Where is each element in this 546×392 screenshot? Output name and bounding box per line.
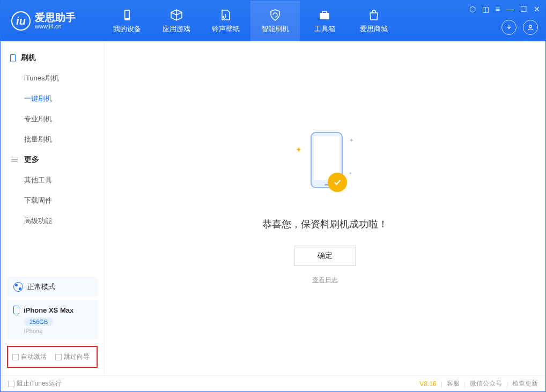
mode-box[interactable]: 正常模式 [7,277,98,297]
app-logo-icon: iu [11,11,31,31]
window-controls: ⬡ ◫ ≡ — ☐ ✕ [469,5,540,13]
device-type: iPhone [24,328,91,334]
bag-icon [367,8,381,22]
success-illustration: ✦ ✦ ✦ [301,132,349,202]
phone-icon [120,8,134,22]
separator: | [464,380,466,388]
logo-text: 爱思助手 www.i4.cn [35,12,76,30]
app-body: 刷机 iTunes刷机 一键刷机 专业刷机 批量刷机 更多 其他工具 下载固件 … [1,41,545,375]
footer-right: V8.16 | 客服 | 微信公众号 | 检查更新 [419,379,538,388]
device-name-row: iPhone XS Max [13,306,91,314]
wechat-link[interactable]: 微信公众号 [470,379,502,388]
svg-rect-2 [320,13,329,19]
separator: | [506,380,508,388]
menu-icon[interactable]: ≡ [496,5,500,13]
capacity-badge: 256GB [24,317,53,326]
check-update-link[interactable]: 检查更新 [512,379,538,388]
clipboard-icon[interactable]: ◫ [482,5,489,13]
checkbox-skip-guide[interactable]: 跳过向导 [55,352,90,361]
version-label: V8.16 [419,380,436,388]
minimize-button[interactable]: — [506,5,514,13]
sparkle-icon: ✦ [349,171,352,176]
checkbox-label: 自动激活 [21,352,47,361]
sidebar-bottom: 正常模式 iPhone XS Max 256GB iPhone 自动激活 跳过向… [1,273,104,375]
nav-label: 工具箱 [314,24,335,34]
top-nav: 我的设备 应用游戏 铃声壁纸 智能刷机 工具箱 爱思商城 [102,1,399,41]
close-button[interactable]: ✕ [534,5,540,13]
sidebar-item-other-tools[interactable]: 其他工具 [1,170,104,190]
nav-label: 智能刷机 [261,24,289,34]
hamburger-icon [10,156,19,164]
ok-button[interactable]: 确定 [294,246,356,266]
nav-label: 爱思商城 [360,24,388,34]
section-title: 更多 [24,155,39,165]
music-file-icon [219,8,233,22]
svg-rect-3 [322,11,327,13]
toolbox-icon [318,8,331,22]
checkbox-icon [12,354,19,360]
device-name: iPhone XS Max [24,306,73,314]
sidebar-item-batch-flash[interactable]: 批量刷机 [1,129,104,150]
nav-label: 我的设备 [113,24,141,34]
checkbox-block-itunes[interactable]: 阻止iTunes运行 [8,379,62,388]
checkbox-label: 阻止iTunes运行 [17,379,62,388]
sidebar-section-flash[interactable]: 刷机 [1,48,104,68]
nav-label: 应用游戏 [163,24,190,34]
status-bar: 阻止iTunes运行 V8.16 | 客服 | 微信公众号 | 检查更新 [1,375,545,391]
nav-smart-flash[interactable]: 智能刷机 [250,1,300,41]
maximize-button[interactable]: ☐ [520,5,527,13]
nav-apps-games[interactable]: 应用游戏 [152,1,201,41]
logo-area: iu 爱思助手 www.i4.cn [1,11,102,31]
sidebar-item-advanced[interactable]: 高级功能 [1,211,104,231]
sidebar: 刷机 iTunes刷机 一键刷机 专业刷机 批量刷机 更多 其他工具 下载固件 … [1,41,105,375]
phone-icon [13,306,19,314]
mode-label: 正常模式 [27,282,55,292]
header-right [501,20,538,35]
checkbox-icon [55,354,62,360]
svg-point-4 [529,25,532,28]
nav-my-device[interactable]: 我的设备 [102,1,152,41]
nav-label: 铃声壁纸 [212,24,240,34]
mode-icon [13,282,23,292]
check-icon [328,173,347,192]
user-button[interactable] [523,20,538,35]
cube-icon [169,8,183,22]
download-button[interactable] [501,20,517,35]
success-message: 恭喜您，保资料刷机成功啦！ [262,218,388,231]
app-header: iu 爱思助手 www.i4.cn 我的设备 应用游戏 铃声壁纸 智能刷机 工具… [1,1,545,41]
app-subtitle: www.i4.cn [35,23,76,29]
checkbox-auto-activate[interactable]: 自动激活 [12,352,47,361]
sidebar-section-more[interactable]: 更多 [1,150,104,170]
view-log-link[interactable]: 查看日志 [312,276,338,285]
main-content: ✦ ✦ ✦ 恭喜您，保资料刷机成功啦！ 确定 查看日志 [105,41,545,375]
sidebar-item-pro-flash[interactable]: 专业刷机 [1,109,104,129]
shield-refresh-icon [268,8,282,22]
checkbox-icon [8,381,14,387]
section-title: 刷机 [21,53,36,63]
sidebar-item-onekey-flash[interactable]: 一键刷机 [1,88,104,109]
phone-icon [10,54,16,62]
separator: | [441,380,442,388]
app-title: 爱思助手 [35,12,76,24]
sidebar-item-download-firmware[interactable]: 下载固件 [1,190,104,211]
shirt-icon[interactable]: ⬡ [469,5,476,13]
device-box[interactable]: iPhone XS Max 256GB iPhone [7,300,98,339]
svg-rect-1 [126,11,129,18]
nav-toolbox[interactable]: 工具箱 [300,1,349,41]
sidebar-item-itunes-flash[interactable]: iTunes刷机 [1,68,104,88]
sparkle-icon: ✦ [296,145,302,154]
checkbox-label: 跳过向导 [64,352,90,361]
nav-ringtones[interactable]: 铃声壁纸 [201,1,250,41]
nav-store[interactable]: 爱思商城 [349,1,399,41]
sparkle-icon: ✦ [349,137,353,143]
support-link[interactable]: 客服 [447,379,460,388]
highlighted-options: 自动激活 跳过向导 [7,346,98,368]
